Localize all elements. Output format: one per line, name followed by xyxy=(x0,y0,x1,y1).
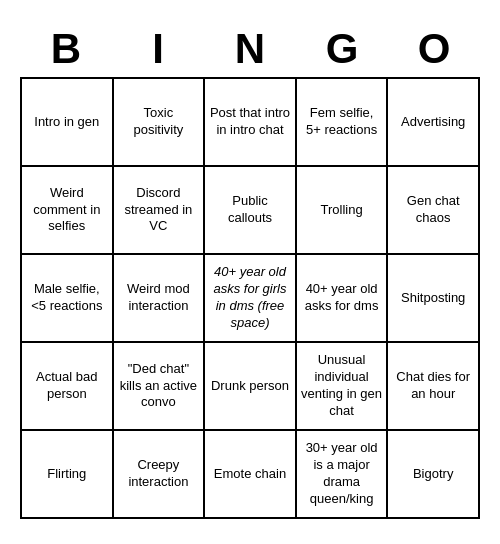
cell-text-20: Flirting xyxy=(47,466,86,483)
letter-i: I xyxy=(114,25,202,73)
bingo-cell-17[interactable]: Drunk person xyxy=(205,343,297,431)
bingo-cell-2[interactable]: Post that intro in intro chat xyxy=(205,79,297,167)
cell-text-2: Post that intro in intro chat xyxy=(209,105,291,139)
cell-text-8: Trolling xyxy=(321,202,363,219)
bingo-cell-19[interactable]: Chat dies for an hour xyxy=(388,343,480,431)
bingo-cell-13[interactable]: 40+ year old asks for dms xyxy=(297,255,389,343)
bingo-card: B I N G O Intro in genToxic positivityPo… xyxy=(10,15,490,529)
bingo-cell-14[interactable]: Shitposting xyxy=(388,255,480,343)
cell-text-0: Intro in gen xyxy=(34,114,99,131)
cell-text-24: Bigotry xyxy=(413,466,453,483)
bingo-cell-23[interactable]: 30+ year old is a major drama queen/king xyxy=(297,431,389,519)
cell-text-5: Weird comment in selfies xyxy=(26,185,108,236)
letter-g: G xyxy=(298,25,386,73)
cell-text-16: "Ded chat" kills an active convo xyxy=(118,361,200,412)
bingo-cell-12[interactable]: 40+ year old asks for girls in dms (free… xyxy=(205,255,297,343)
bingo-cell-6[interactable]: Discord streamed in VC xyxy=(114,167,206,255)
bingo-cell-22[interactable]: Emote chain xyxy=(205,431,297,519)
bingo-cell-9[interactable]: Gen chat chaos xyxy=(388,167,480,255)
cell-text-23: 30+ year old is a major drama queen/king xyxy=(301,440,383,508)
cell-text-17: Drunk person xyxy=(211,378,289,395)
cell-text-1: Toxic positivity xyxy=(118,105,200,139)
letter-o: O xyxy=(390,25,478,73)
cell-text-14: Shitposting xyxy=(401,290,465,307)
bingo-cell-8[interactable]: Trolling xyxy=(297,167,389,255)
bingo-cell-1[interactable]: Toxic positivity xyxy=(114,79,206,167)
letter-n: N xyxy=(206,25,294,73)
bingo-cell-20[interactable]: Flirting xyxy=(22,431,114,519)
bingo-cell-0[interactable]: Intro in gen xyxy=(22,79,114,167)
cell-text-18: Unusual individual venting in gen chat xyxy=(301,352,383,420)
bingo-cell-3[interactable]: Fem selfie, 5+ reactions xyxy=(297,79,389,167)
bingo-cell-15[interactable]: Actual bad person xyxy=(22,343,114,431)
cell-text-9: Gen chat chaos xyxy=(392,193,474,227)
cell-text-7: Public callouts xyxy=(209,193,291,227)
cell-text-19: Chat dies for an hour xyxy=(392,369,474,403)
cell-text-10: Male selfie, <5 reactions xyxy=(26,281,108,315)
cell-text-4: Advertising xyxy=(401,114,465,131)
cell-text-11: Weird mod interaction xyxy=(118,281,200,315)
bingo-cell-10[interactable]: Male selfie, <5 reactions xyxy=(22,255,114,343)
bingo-cell-21[interactable]: Creepy interaction xyxy=(114,431,206,519)
cell-text-6: Discord streamed in VC xyxy=(118,185,200,236)
bingo-cell-5[interactable]: Weird comment in selfies xyxy=(22,167,114,255)
cell-text-3: Fem selfie, 5+ reactions xyxy=(301,105,383,139)
bingo-cell-18[interactable]: Unusual individual venting in gen chat xyxy=(297,343,389,431)
cell-text-22: Emote chain xyxy=(214,466,286,483)
bingo-cell-24[interactable]: Bigotry xyxy=(388,431,480,519)
cell-text-15: Actual bad person xyxy=(26,369,108,403)
bingo-cell-11[interactable]: Weird mod interaction xyxy=(114,255,206,343)
cell-text-12: 40+ year old asks for girls in dms (free… xyxy=(209,264,291,332)
cell-text-13: 40+ year old asks for dms xyxy=(301,281,383,315)
cell-text-21: Creepy interaction xyxy=(118,457,200,491)
bingo-cell-16[interactable]: "Ded chat" kills an active convo xyxy=(114,343,206,431)
bingo-cell-4[interactable]: Advertising xyxy=(388,79,480,167)
bingo-title: B I N G O xyxy=(20,25,480,73)
bingo-cell-7[interactable]: Public callouts xyxy=(205,167,297,255)
bingo-grid: Intro in genToxic positivityPost that in… xyxy=(20,77,480,519)
letter-b: B xyxy=(22,25,110,73)
